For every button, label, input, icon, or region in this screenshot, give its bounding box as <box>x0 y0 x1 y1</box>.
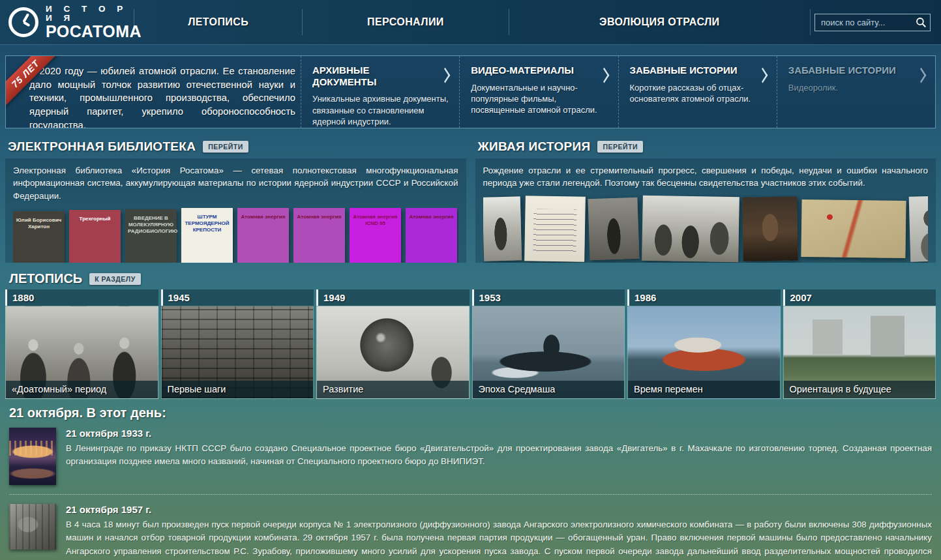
library-title: ЭЛЕКТРОННАЯ БИБЛИОТЕКА <box>8 140 196 154</box>
banner-link-block[interactable]: ВИДЕО-МАТЕРИАЛЫ Документальные и научно-… <box>459 56 618 128</box>
banner-link-title: АРХИВНЫЕ ДОКУМЕНТЫ <box>312 65 423 87</box>
chronicle-card-photo: Первые шаги <box>161 306 314 399</box>
book-cover[interactable]: Атомная энергия <box>237 208 289 263</box>
chronicle-card-caption: Эпоха Средмаша <box>473 381 625 398</box>
entry-text: В 4 часа 18 минут был произведен пуск пе… <box>66 518 932 560</box>
top-header: И С Т О Р И Я РОСАТОМА ЛЕТОПИСЬ ПЕРСОНАЛ… <box>0 0 941 44</box>
history-photo[interactable] <box>742 197 798 261</box>
entry-body: 21 октября 1957 г. В 4 часа 18 минут был… <box>66 504 932 560</box>
book-cover-title: Юлий Борисович Харитон <box>16 217 62 230</box>
clock-logo-icon <box>8 7 38 37</box>
this-day-entry: 21 октября 1957 г. В 4 часа 18 минут был… <box>9 494 932 560</box>
book-cover[interactable]: Трехгорный <box>69 210 121 263</box>
site-logo[interactable]: И С Т О Р И Я РОСАТОМА <box>0 0 134 44</box>
book-cover[interactable]: ШТУРМ ТЕРМОЯДЕРНОЙ КРЕПОСТИ <box>181 208 233 263</box>
entry-paragraph: В Ленинграде по приказу НКТП СССР было с… <box>66 442 932 469</box>
living-history-title: ЖИВАЯ ИСТОРИЯ <box>478 140 591 154</box>
library-description: Электронная библиотека «История Росатома… <box>13 164 458 202</box>
chronicle-section-button[interactable]: К РАЗДЕЛУ <box>89 273 140 285</box>
book-cover-title: ВВЕДЕНИЕ В МОЛЕКУЛЯРНУЮ РАДИОБИОЛОГИЮ <box>128 215 174 235</box>
entry-thumbnail[interactable] <box>9 504 56 550</box>
this-day-section: 21 октября. В этот день: 21 октября 1933… <box>9 405 932 560</box>
book-cover-title: Трехгорный <box>72 216 118 222</box>
living-history-section: ЖИВАЯ ИСТОРИЯ ПЕРЕЙТИ Рождение отрасли и… <box>475 136 936 263</box>
chronicle-card[interactable]: 1986 Время перемен <box>627 289 781 399</box>
living-history-description: Рождение отрасли и ее стремительный прог… <box>483 164 929 190</box>
this-day-title: 21 октября. В этот день: <box>9 405 932 420</box>
rosatom-history-page: { "header": { "logo_line1": "И С Т О Р И… <box>0 0 941 560</box>
search-zone <box>811 0 941 44</box>
book-cover[interactable]: ВВЕДЕНИЕ В МОЛЕКУЛЯРНУЮ РАДИОБИОЛОГИЮ <box>125 209 177 263</box>
logo-line2: РОСАТОМА <box>46 23 142 40</box>
main-nav: ЛЕТОПИСЬ ПЕРСОНАЛИИ ЭВОЛЮЦИЯ ОТРАСЛИ <box>134 0 811 44</box>
book-cover[interactable]: Атомная энергия <box>293 208 345 263</box>
nav-item[interactable]: ПЕРСОНАЛИИ <box>303 0 508 44</box>
chronicle-card-caption: Первые шаги <box>162 381 314 398</box>
chronicle-card-year: 1953 <box>472 289 625 306</box>
entry-body: 21 октября 1933 г. В Ленинграде по прика… <box>66 428 932 485</box>
chronicle-card-photo: «Доатомный» период <box>5 306 158 399</box>
entry-thumbnail[interactable] <box>9 428 56 485</box>
banner-link-desc: Документальные и научно-популярные фильм… <box>471 82 610 115</box>
book-cover[interactable]: Атомная энергия <box>406 208 457 263</box>
entry-paragraph: В 4 часа 18 минут был произведен пуск пе… <box>66 518 932 560</box>
book-covers-row: Юлий Борисович Харитон Трехгорный ВВЕДЕН… <box>13 208 458 263</box>
history-photos-row <box>483 195 929 263</box>
book-cover-title: Атомная энергия <box>240 214 286 220</box>
nav-item[interactable]: ЭВОЛЮЦИЯ ОТРАСЛИ <box>509 0 810 44</box>
banner-link-title: ВИДЕО-МАТЕРИАЛЫ <box>471 65 582 76</box>
entry-date-link[interactable]: 21 октября 1933 г. <box>66 428 932 439</box>
chronicle-cards: 1880 «Доатомный» период 1945 Первые шаги… <box>5 289 936 399</box>
chronicle-card[interactable]: 2007 Ориентация в будущее <box>783 289 936 399</box>
chevron-right-icon <box>916 67 927 83</box>
history-photo[interactable] <box>801 199 906 258</box>
book-cover[interactable]: Юлий Борисович Харитон <box>13 211 65 263</box>
anniversary-banner: 75 ЛЕТ В 2020 году — юбилей атомной отра… <box>5 55 936 128</box>
chronicle-card-photo: Время перемен <box>627 306 781 399</box>
chronicle-title: ЛЕТОПИСЬ <box>9 271 82 286</box>
book-cover-title: Атомная энергия <box>296 214 342 220</box>
book-cover-title: Атомная энергия ICND 95 <box>352 214 398 227</box>
banner-link-block[interactable]: АРХИВНЫЕ ДОКУМЕНТЫ Уникальные архивные д… <box>301 56 459 128</box>
search-icon[interactable] <box>915 16 927 29</box>
library-panel: Электронная библиотека «История Росатома… <box>5 158 466 263</box>
book-cover-title: ШТУРМ ТЕРМОЯДЕРНОЙ КРЕПОСТИ <box>184 214 230 233</box>
chronicle-card-caption: «Доатомный» период <box>6 381 158 398</box>
chronicle-card-caption: Развитие <box>317 381 469 398</box>
chronicle-card-photo: Ориентация в будущее <box>783 306 936 399</box>
library-section: ЭЛЕКТРОННАЯ БИБЛИОТЕКА ПЕРЕЙТИ Электронн… <box>5 136 466 263</box>
library-go-button[interactable]: ПЕРЕЙТИ <box>203 141 248 153</box>
chronicle-card[interactable]: 1953 Эпоха Средмаша <box>472 289 625 399</box>
this-day-entry: 21 октября 1933 г. В Ленинграде по прика… <box>9 428 932 485</box>
chronicle-card[interactable]: 1945 Первые шаги <box>161 289 314 399</box>
chronicle-card-year: 1986 <box>627 289 781 306</box>
banner-intro-text: В 2020 году — юбилей атомной отрасли. Ее… <box>6 56 301 128</box>
library-header: ЭЛЕКТРОННАЯ БИБЛИОТЕКА ПЕРЕЙТИ <box>5 136 466 156</box>
chronicle-card-year: 1945 <box>161 289 314 306</box>
history-photo[interactable] <box>908 196 928 263</box>
history-photo[interactable] <box>642 196 739 263</box>
chronicle-card[interactable]: 1949 Развитие <box>316 289 470 399</box>
banner-link-desc: Уникальные архивные документы, связанные… <box>312 93 451 126</box>
living-history-go-button[interactable]: ПЕРЕЙТИ <box>597 141 643 153</box>
chronicle-header: ЛЕТОПИСЬ К РАЗДЕЛУ <box>5 271 936 286</box>
search-input[interactable] <box>814 14 931 31</box>
chevron-right-icon <box>440 67 451 83</box>
banner-link-block[interactable]: ЗАБАВНЫЕ ИСТОРИИ Видеоролик. <box>777 56 935 128</box>
living-history-header: ЖИВАЯ ИСТОРИЯ ПЕРЕЙТИ <box>475 136 936 156</box>
banner-link-block[interactable]: ЗАБАВНЫЕ ИСТОРИИ Короткие рассказы об от… <box>618 56 777 128</box>
nav-item[interactable]: ЛЕТОПИСЬ <box>134 0 302 44</box>
logo-text: И С Т О Р И Я РОСАТОМА <box>46 5 142 40</box>
book-cover[interactable]: Атомная энергия ICND 95 <box>350 208 401 263</box>
search-box <box>814 14 931 31</box>
chronicle-card-photo: Развитие <box>316 306 470 399</box>
entry-date-link[interactable]: 21 октября 1957 г. <box>66 504 932 515</box>
chronicle-card[interactable]: 1880 «Доатомный» период <box>5 289 158 399</box>
history-photo[interactable] <box>483 197 522 261</box>
living-history-panel: Рождение отрасли и ее стремительный прог… <box>475 158 936 263</box>
nav-cell: ЭВОЛЮЦИЯ ОТРАСЛИ <box>509 0 810 44</box>
chronicle-card-photo: Эпоха Средмаша <box>472 306 625 399</box>
banner-link-title: ЗАБАВНЫЕ ИСТОРИИ <box>630 65 741 76</box>
history-photo[interactable] <box>524 196 586 263</box>
history-photo[interactable] <box>588 198 639 261</box>
